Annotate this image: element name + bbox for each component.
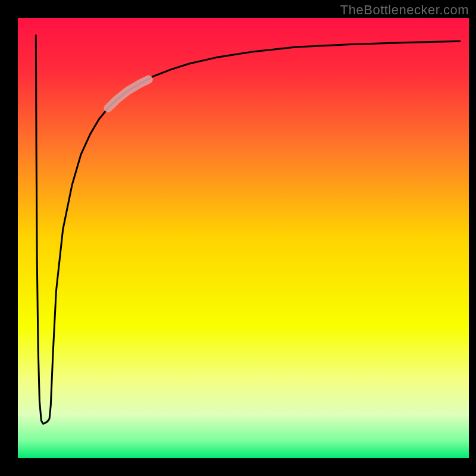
border-right bbox=[469, 0, 476, 476]
border-left bbox=[0, 0, 18, 476]
border-bottom bbox=[0, 458, 476, 476]
plot-background bbox=[18, 18, 469, 458]
chart-stage: TheBottlenecker.com bbox=[0, 0, 476, 476]
watermark-text: TheBottlenecker.com bbox=[340, 2, 469, 18]
bottleneck-chart bbox=[0, 0, 476, 476]
